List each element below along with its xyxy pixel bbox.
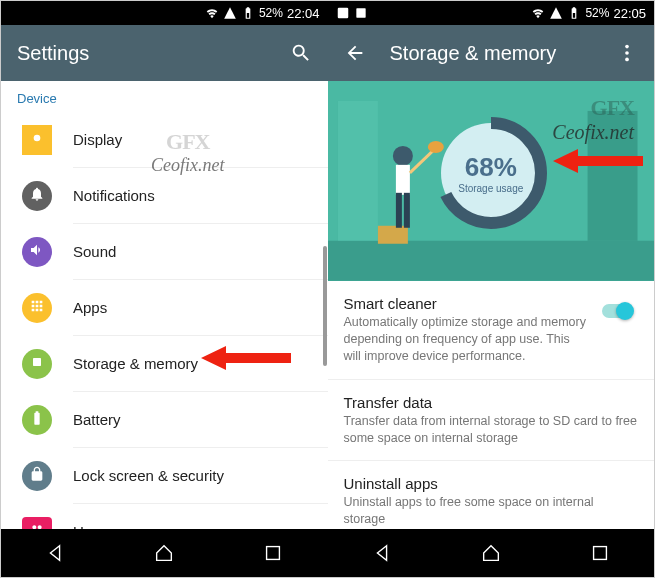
- svg-rect-13: [377, 226, 407, 244]
- more-icon[interactable]: [616, 42, 638, 64]
- battery-icon: [241, 6, 255, 20]
- status-bar: 52% 22:05: [328, 1, 655, 25]
- list-item-label: Users: [73, 504, 328, 529]
- clock: 22:04: [287, 6, 320, 21]
- back-icon[interactable]: [344, 42, 366, 64]
- option-desc: Uninstall apps to free some space on int…: [344, 494, 639, 528]
- svg-rect-5: [356, 8, 365, 17]
- svg-point-7: [625, 51, 629, 55]
- svg-point-6: [625, 45, 629, 49]
- settings-item-notifications[interactable]: Notifications: [1, 168, 328, 224]
- battery-pct: 52%: [259, 6, 283, 20]
- list-item-label: Battery: [73, 392, 328, 448]
- option-title: Smart cleaner: [344, 295, 591, 312]
- option-desc: Automatically optimize storage and memor…: [344, 314, 591, 365]
- svg-rect-22: [593, 547, 606, 560]
- settings-item-storage-memory[interactable]: Storage & memory: [1, 336, 328, 392]
- storage-usage-ring: 68% Storage usage: [431, 113, 551, 233]
- storage-usage-percent: 68%: [465, 152, 517, 183]
- display-icon: [29, 130, 45, 150]
- bell-icon: [29, 186, 45, 206]
- option-desc: Transfer data from internal storage to S…: [344, 413, 639, 447]
- phone-storage: 52% 22:05 Storage & memory: [328, 1, 655, 577]
- wifi-icon: [531, 6, 545, 20]
- svg-point-14: [392, 146, 412, 166]
- nav-back-icon[interactable]: [371, 542, 393, 564]
- nav-back-icon[interactable]: [44, 542, 66, 564]
- users-icon: [29, 522, 45, 529]
- settings-item-display[interactable]: Display: [1, 112, 328, 168]
- battery-icon: [29, 410, 45, 430]
- svg-rect-12: [337, 101, 377, 241]
- smart-cleaner-toggle[interactable]: [602, 301, 638, 321]
- list-item-label: Sound: [73, 224, 328, 280]
- svg-point-8: [625, 58, 629, 62]
- volume-icon: [29, 242, 45, 262]
- svg-rect-10: [328, 241, 654, 281]
- search-icon[interactable]: [290, 42, 312, 64]
- settings-item-lockscreen[interactable]: Lock screen & security: [1, 448, 328, 504]
- nav-home-icon[interactable]: [153, 542, 175, 564]
- phone-settings: 52% 22:04 Settings Device Display Notifi…: [1, 1, 328, 577]
- settings-item-battery[interactable]: Battery: [1, 392, 328, 448]
- svg-point-0: [34, 135, 41, 142]
- storage-usage-hero[interactable]: 68% Storage usage Tap for more details: [328, 81, 655, 281]
- nav-home-icon[interactable]: [480, 542, 502, 564]
- settings-list: Display Notifications Sound Apps Storage: [1, 112, 328, 529]
- signal-icon: [549, 6, 563, 20]
- signal-icon: [223, 6, 237, 20]
- settings-item-users[interactable]: Users: [1, 504, 328, 529]
- list-item-label: Notifications: [73, 168, 328, 224]
- status-bar: 52% 22:04: [1, 1, 328, 25]
- clock: 22:05: [613, 6, 646, 21]
- screenshot-icon: [354, 6, 368, 20]
- svg-rect-1: [33, 358, 41, 366]
- nav-recent-icon[interactable]: [589, 542, 611, 564]
- svg-rect-4: [337, 8, 348, 19]
- page-title: Storage & memory: [390, 42, 597, 65]
- svg-rect-11: [587, 111, 637, 241]
- options-list: Smart cleaner Automatically optimize sto…: [328, 281, 655, 529]
- option-smart-cleaner[interactable]: Smart cleaner Automatically optimize sto…: [328, 281, 655, 380]
- app-bar: Settings: [1, 25, 328, 81]
- image-icon: [336, 6, 350, 20]
- scrollbar[interactable]: [323, 246, 327, 366]
- battery-pct: 52%: [585, 6, 609, 20]
- battery-icon: [567, 6, 581, 20]
- nav-bar: [328, 529, 655, 577]
- option-transfer-data[interactable]: Transfer data Transfer data from interna…: [328, 380, 655, 462]
- section-label-device: Device: [1, 81, 328, 112]
- lock-icon: [29, 466, 45, 486]
- svg-rect-2: [267, 547, 280, 560]
- svg-rect-15: [395, 165, 409, 195]
- page-title: Settings: [17, 42, 270, 65]
- svg-rect-16: [395, 193, 401, 228]
- chip-icon: [29, 354, 45, 374]
- nav-recent-icon[interactable]: [262, 542, 284, 564]
- apps-icon: [29, 298, 45, 318]
- wifi-icon: [205, 6, 219, 20]
- option-title: Transfer data: [344, 394, 639, 411]
- option-title: Uninstall apps: [344, 475, 639, 492]
- storage-usage-label: Storage usage: [458, 183, 523, 194]
- option-uninstall-apps[interactable]: Uninstall apps Uninstall apps to free so…: [328, 461, 655, 529]
- list-item-label: Display: [73, 112, 328, 168]
- nav-bar: [1, 529, 328, 577]
- svg-rect-17: [403, 193, 409, 228]
- list-item-label: Apps: [73, 280, 328, 336]
- list-item-label: Lock screen & security: [73, 448, 328, 504]
- app-bar: Storage & memory: [328, 25, 655, 81]
- settings-item-apps[interactable]: Apps: [1, 280, 328, 336]
- settings-item-sound[interactable]: Sound: [1, 224, 328, 280]
- list-item-label: Storage & memory: [73, 336, 328, 392]
